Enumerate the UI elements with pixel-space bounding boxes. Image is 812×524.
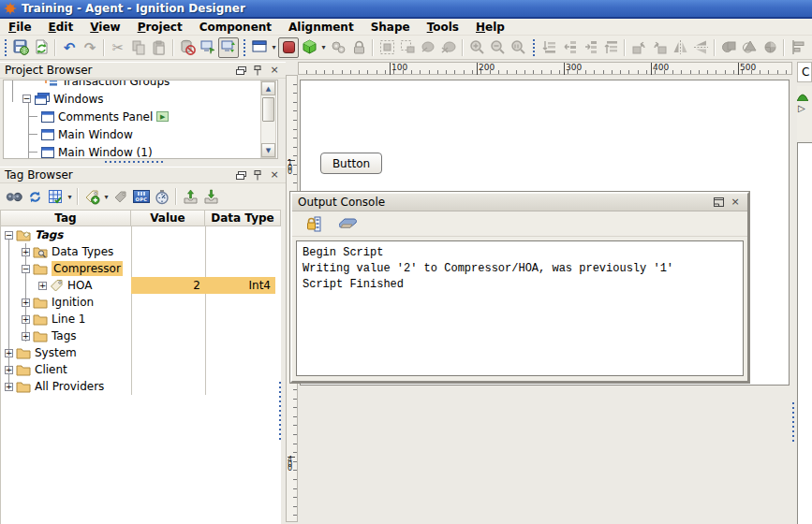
tree-label[interactable]: Main Window (1): [58, 146, 153, 159]
scan-classes-icon[interactable]: [152, 186, 172, 207]
autoscroll-lock-icon[interactable]: [303, 213, 324, 234]
menu-shape[interactable]: Shape: [362, 20, 419, 35]
close-panel-icon[interactable]: ×: [268, 65, 281, 76]
tag-label[interactable]: System: [35, 346, 77, 359]
panel-splitter-handle[interactable]: [105, 160, 163, 164]
tree-label[interactable]: Comments Panel: [58, 110, 153, 124]
tag-row-client[interactable]: + Client: [1, 361, 281, 378]
tree-row-windows[interactable]: − Windows: [4, 90, 277, 108]
shape-intersect-icon[interactable]: [739, 37, 760, 58]
tag-row-system[interactable]: + System: [1, 344, 281, 361]
copy-icon[interactable]: [128, 37, 149, 58]
redo-icon[interactable]: ↷: [80, 37, 100, 58]
refresh-tags-icon[interactable]: [24, 186, 45, 207]
pin-panel-icon[interactable]: [251, 65, 264, 76]
menu-edit[interactable]: Edit: [40, 20, 82, 35]
update-project-icon[interactable]: [218, 37, 239, 58]
undo-icon[interactable]: ↶: [59, 37, 80, 58]
db-pending-icon[interactable]: [177, 37, 198, 58]
output-console-window[interactable]: Output Console ×: [290, 192, 749, 383]
download-project-icon[interactable]: [198, 37, 218, 58]
scroll-down-icon[interactable]: ▼: [261, 143, 275, 157]
play-outline-icon[interactable]: ▷: [797, 103, 805, 113]
tag-row-tags-folder[interactable]: + Tags: [1, 328, 281, 344]
tag-row-compressor[interactable]: − Compressor: [1, 260, 281, 277]
tree-row-main-window-1[interactable]: Main Window (1): [4, 143, 277, 159]
save-icon[interactable]: [10, 37, 31, 58]
zoom-out-icon[interactable]: [487, 37, 508, 58]
lock-icon[interactable]: [348, 37, 369, 58]
menu-project[interactable]: Project: [129, 20, 191, 35]
select-all-icon[interactable]: [376, 37, 397, 58]
float-panel-icon[interactable]: [234, 65, 247, 76]
tree-expander[interactable]: +: [22, 332, 30, 341]
tag-row-data-types[interactable]: + Data Types: [1, 243, 281, 260]
tree-expander[interactable]: +: [22, 315, 30, 324]
zoom-actual-icon[interactable]: [508, 37, 528, 58]
menu-file[interactable]: File: [0, 20, 40, 35]
tag-label[interactable]: HOA: [67, 279, 92, 292]
zoom-in-icon[interactable]: [466, 37, 487, 58]
shape-subtract-icon[interactable]: [760, 37, 780, 58]
float-panel-icon[interactable]: [234, 169, 247, 181]
tag-row-tags-root[interactable]: − Tags: [1, 226, 281, 243]
toolbar-drag-handle[interactable]: [242, 39, 246, 56]
toolbar-drag-handle[interactable]: [531, 39, 536, 56]
tree-expander[interactable]: +: [5, 383, 13, 391]
send-to-back-icon[interactable]: [559, 37, 580, 58]
tag-row-line-1[interactable]: + Line 1: [1, 311, 281, 328]
menu-view[interactable]: View: [81, 20, 128, 35]
tag-label[interactable]: Ignition: [52, 296, 94, 309]
rotate-right-icon[interactable]: [649, 37, 670, 58]
align-left-icon[interactable]: [788, 37, 808, 58]
lasso-subtract-icon[interactable]: [438, 37, 459, 58]
export-tags-icon[interactable]: [200, 186, 221, 207]
send-backward-icon[interactable]: [539, 37, 559, 58]
scrollbar-thumb[interactable]: [262, 97, 274, 122]
bring-to-front-icon[interactable]: [600, 37, 621, 58]
tree-expander[interactable]: −: [5, 231, 13, 240]
output-console-titlebar[interactable]: Output Console ×: [292, 194, 747, 211]
tree-label[interactable]: Transaction Groups: [62, 80, 170, 88]
chevron-down-icon[interactable]: ▾: [102, 193, 111, 201]
tag-label[interactable]: Tags: [35, 228, 63, 241]
gears-icon[interactable]: [328, 37, 348, 58]
palette-green-icon[interactable]: [797, 94, 808, 101]
tree-expander[interactable]: −: [22, 95, 31, 103]
scroll-up-icon[interactable]: ▲: [261, 81, 275, 95]
search-tags-icon[interactable]: [4, 186, 24, 207]
tag-row-hoa[interactable]: + HOA 2 Int4: [1, 277, 281, 294]
tag-label[interactable]: Tags: [52, 329, 77, 342]
paste-icon[interactable]: [149, 37, 170, 58]
restore-window-icon[interactable]: [712, 196, 725, 208]
add-tag-icon[interactable]: [81, 186, 102, 207]
tag-label[interactable]: Client: [35, 363, 67, 376]
rotate-left-icon[interactable]: [628, 37, 649, 58]
open-window-icon[interactable]: [249, 37, 270, 58]
bring-forward-icon[interactable]: [580, 37, 600, 58]
tag-row-all-providers[interactable]: + All Providers: [1, 378, 281, 395]
cut-icon[interactable]: ✂: [108, 37, 128, 58]
tree-row-main-window[interactable]: Main Window: [4, 125, 277, 143]
clear-console-icon[interactable]: [337, 213, 358, 234]
tree-expander[interactable]: +: [5, 366, 13, 374]
tree-label[interactable]: Main Window: [58, 128, 133, 141]
menu-alignment[interactable]: Alignment: [280, 20, 362, 35]
comm-mode-icon[interactable]: [278, 37, 299, 58]
tag-label-selected[interactable]: Compressor: [52, 261, 123, 276]
tree-label[interactable]: Windows: [53, 93, 104, 106]
tree-expander[interactable]: +: [5, 349, 13, 357]
tag-browser-tree[interactable]: − Tags + Data Types −: [0, 226, 281, 524]
tree-expander[interactable]: −: [22, 265, 30, 273]
tree-expander[interactable]: +: [22, 248, 30, 256]
shape-union-icon[interactable]: [718, 37, 739, 58]
tag-table-config-icon[interactable]: [45, 186, 66, 207]
dock-splitter-handle[interactable]: [278, 382, 282, 440]
tree-row-transaction-groups[interactable]: Transaction Groups: [4, 80, 277, 90]
close-window-icon[interactable]: ×: [729, 196, 742, 208]
pin-panel-icon[interactable]: [251, 169, 264, 181]
align-center-icon[interactable]: [808, 37, 812, 58]
flip-vertical-icon[interactable]: [690, 37, 711, 58]
menu-help[interactable]: Help: [467, 20, 513, 35]
toolbar-drag-handle[interactable]: [3, 39, 7, 56]
